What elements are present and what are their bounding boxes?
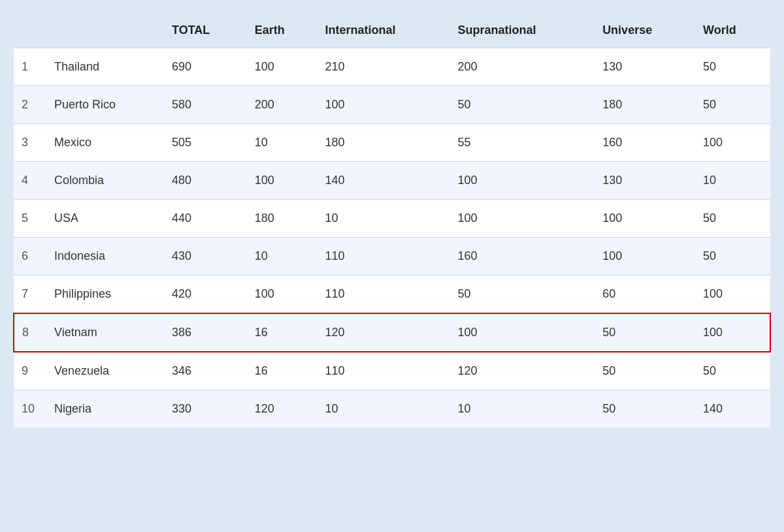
cell-earth: 16 [247, 352, 318, 390]
cell-international: 210 [317, 48, 449, 86]
cell-international: 140 [317, 162, 449, 200]
cell-total: 330 [164, 390, 247, 428]
cell-universe: 180 [595, 86, 695, 124]
cell-country: Vietnam [46, 313, 164, 352]
cell-total: 505 [164, 124, 247, 162]
cell-world: 100 [695, 124, 770, 162]
cell-earth: 120 [247, 390, 318, 428]
cell-total: 480 [164, 162, 247, 200]
cell-rank: 8 [14, 313, 46, 352]
cell-world: 100 [695, 275, 770, 314]
cell-world: 140 [695, 390, 770, 428]
table-row: 8Vietnam3861612010050100 [14, 313, 770, 352]
cell-world: 10 [695, 162, 770, 200]
cell-rank: 3 [14, 124, 46, 162]
cell-rank: 6 [14, 238, 46, 275]
cell-earth: 180 [247, 200, 318, 238]
header-supranational: Supranational [450, 13, 595, 48]
cell-earth: 16 [247, 313, 318, 352]
cell-rank: 10 [14, 390, 46, 428]
cell-earth: 200 [247, 86, 318, 124]
cell-universe: 60 [595, 275, 695, 314]
cell-international: 120 [317, 313, 449, 352]
table-row: 5USA4401801010010050 [14, 200, 770, 238]
cell-country: USA [46, 200, 164, 238]
table-row: 7Philippines4201001105060100 [14, 275, 770, 314]
table-header-row: TOTAL Earth International Supranational … [14, 13, 770, 48]
table-row: 4Colombia48010014010013010 [14, 162, 770, 200]
cell-world: 50 [695, 238, 770, 275]
header-total: TOTAL [164, 13, 247, 48]
cell-earth: 100 [247, 48, 318, 86]
cell-universe: 160 [595, 124, 695, 162]
cell-earth: 10 [247, 238, 318, 275]
header-rank [14, 13, 46, 48]
cell-total: 440 [164, 200, 247, 238]
cell-supranational: 100 [450, 313, 595, 352]
cell-international: 180 [317, 124, 449, 162]
cell-country: Indonesia [46, 238, 164, 275]
cell-earth: 10 [247, 124, 318, 162]
table-row: 1Thailand69010021020013050 [14, 48, 770, 86]
cell-country: Philippines [46, 275, 164, 314]
cell-world: 50 [695, 48, 770, 86]
cell-international: 110 [317, 352, 449, 390]
cell-rank: 2 [14, 86, 46, 124]
cell-supranational: 50 [450, 86, 595, 124]
cell-country: Mexico [46, 124, 164, 162]
cell-supranational: 10 [450, 390, 595, 428]
cell-world: 50 [695, 200, 770, 238]
cell-supranational: 55 [450, 124, 595, 162]
rankings-table: TOTAL Earth International Supranational … [13, 13, 771, 428]
cell-country: Thailand [46, 48, 164, 86]
header-earth: Earth [247, 13, 318, 48]
cell-international: 100 [317, 86, 449, 124]
cell-world: 50 [695, 86, 770, 124]
cell-supranational: 100 [450, 200, 595, 238]
table-row: 2Puerto Rico5802001005018050 [14, 86, 770, 124]
cell-universe: 50 [595, 390, 695, 428]
cell-earth: 100 [247, 275, 318, 314]
cell-supranational: 50 [450, 275, 595, 314]
cell-supranational: 200 [450, 48, 595, 86]
cell-earth: 100 [247, 162, 318, 200]
cell-country: Colombia [46, 162, 164, 200]
cell-international: 110 [317, 275, 449, 314]
cell-rank: 7 [14, 275, 46, 314]
cell-rank: 5 [14, 200, 46, 238]
cell-international: 10 [317, 200, 449, 238]
cell-total: 580 [164, 86, 247, 124]
cell-country: Venezuela [46, 352, 164, 390]
cell-supranational: 120 [450, 352, 595, 390]
header-international: International [317, 13, 449, 48]
cell-rank: 4 [14, 162, 46, 200]
table-row: 9Venezuela346161101205050 [14, 352, 770, 390]
cell-rank: 1 [14, 48, 46, 86]
table-row: 10Nigeria330120101050140 [14, 390, 770, 428]
cell-total: 690 [164, 48, 247, 86]
cell-country: Nigeria [46, 390, 164, 428]
cell-world: 50 [695, 352, 770, 390]
cell-total: 430 [164, 238, 247, 275]
cell-universe: 50 [595, 352, 695, 390]
header-country [46, 13, 164, 48]
header-universe: Universe [595, 13, 695, 48]
cell-international: 10 [317, 390, 449, 428]
table-container: TOTAL Earth International Supranational … [13, 13, 771, 428]
table-row: 3Mexico5051018055160100 [14, 124, 770, 162]
cell-supranational: 100 [450, 162, 595, 200]
cell-world: 100 [695, 313, 770, 352]
cell-supranational: 160 [450, 238, 595, 275]
cell-universe: 130 [595, 162, 695, 200]
cell-universe: 130 [595, 48, 695, 86]
cell-international: 110 [317, 238, 449, 275]
cell-universe: 50 [595, 313, 695, 352]
cell-total: 420 [164, 275, 247, 314]
cell-total: 346 [164, 352, 247, 390]
cell-country: Puerto Rico [46, 86, 164, 124]
cell-universe: 100 [595, 200, 695, 238]
header-world: World [695, 13, 770, 48]
cell-total: 386 [164, 313, 247, 352]
cell-universe: 100 [595, 238, 695, 275]
cell-rank: 9 [14, 352, 46, 390]
